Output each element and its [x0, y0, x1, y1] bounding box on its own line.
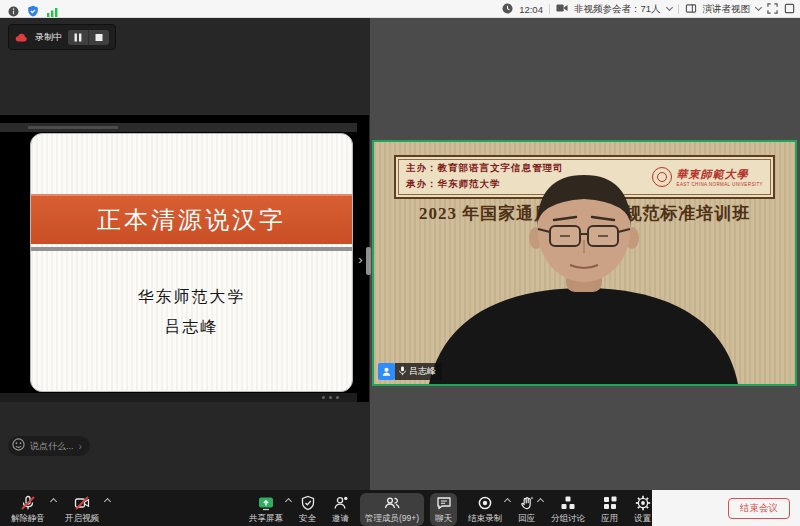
presentation-window-titlebar [0, 123, 357, 132]
speaker-view-icon [685, 3, 697, 16]
record-label: 结束录制 [468, 513, 502, 525]
window-title-text [28, 126, 118, 129]
reactions-options-caret[interactable] [537, 498, 544, 505]
slideshow-controls-icon [322, 396, 339, 399]
chat-quick-input[interactable]: 说点什么... › [8, 436, 90, 456]
breakout-rooms-button[interactable]: 分组讨论 [546, 493, 590, 526]
start-video-button[interactable]: 开启视频 [60, 493, 104, 526]
breakout-icon [560, 495, 576, 511]
chat-label: 聊天 [435, 513, 452, 525]
recording-indicator: 录制中 [8, 24, 116, 50]
security-button[interactable]: 安全 [294, 493, 321, 526]
record-ring-icon [477, 495, 493, 511]
top-bar: 12:04 非视频参会者：71人 演讲者视图 [0, 0, 800, 18]
mic-icon [399, 366, 406, 378]
slide-author-block: 华东师范大学 吕志峰 [31, 282, 352, 343]
breakout-label: 分组讨论 [551, 513, 585, 525]
meeting-toolbar: 结束会议 解除静音 开启视频 [0, 490, 800, 526]
invite-label: 邀请 [332, 513, 349, 525]
fullscreen-icon[interactable] [767, 3, 778, 16]
speaker-video-tile: 主办：教育部语言文字信息管理司 承办：华东师范大学 華東師範大學 EAST CH… [372, 140, 797, 386]
camera-off-icon [556, 3, 568, 15]
divider [549, 4, 550, 14]
apps-button[interactable]: 应用 [596, 493, 623, 526]
divider [678, 4, 679, 14]
settings-button[interactable]: 设置 [629, 493, 656, 526]
settings-label: 设置 [634, 513, 651, 525]
reaction-hand-icon [519, 495, 535, 511]
chevron-down-icon[interactable] [665, 4, 672, 11]
unmute-label: 解除静音 [11, 513, 45, 525]
mic-off-icon [20, 495, 36, 511]
meeting-window: 12:04 非视频参会者：71人 演讲者视图 [0, 0, 800, 526]
stop-recording-toolbar-button[interactable]: 结束录制 [463, 493, 507, 526]
invite-button[interactable]: 邀请 [327, 493, 354, 526]
reactions-label: 回应 [518, 513, 535, 525]
presentation-stage: 正本清源说汉字 华东师范大学 吕志峰 [0, 115, 369, 402]
participants-label: 管理成员(99+) [365, 513, 419, 525]
window-icon[interactable] [784, 3, 795, 16]
speaker-person [374, 142, 795, 384]
camera-off-icon [74, 495, 90, 511]
emoji-smiley-icon[interactable] [12, 437, 25, 455]
chat-placeholder: 说点什么... [30, 440, 74, 453]
panel-divider-handle[interactable] [366, 247, 371, 275]
clock-time: 12:04 [519, 4, 543, 15]
manage-participants-button[interactable]: 管理成员(99+) [360, 493, 424, 526]
unmute-button[interactable]: 解除静音 [6, 493, 50, 526]
pause-recording-button[interactable] [68, 30, 88, 45]
recording-controls [68, 30, 109, 45]
screen-share-icon [258, 495, 274, 511]
share-screen-button[interactable]: 共享屏幕 [244, 493, 288, 526]
speaker-name: 吕志峰 [409, 365, 436, 378]
toolbar-center-group: 共享屏幕 安全 邀请 管理成员(99+) [244, 493, 656, 526]
record-options-caret[interactable] [504, 498, 511, 505]
start-video-label: 开启视频 [65, 513, 99, 525]
video-options-caret[interactable] [104, 498, 111, 505]
audio-person-icon [378, 363, 395, 380]
gear-icon [635, 495, 651, 511]
apps-grid-icon [602, 495, 618, 511]
end-meeting-button[interactable]: 结束会议 [728, 498, 790, 519]
chat-button[interactable]: 聊天 [430, 493, 457, 526]
top-bar-right: 12:04 非视频参会者：71人 演讲者视图 [502, 0, 795, 18]
chevron-down-icon[interactable] [755, 4, 762, 11]
presentation-window-statusbar [0, 393, 357, 402]
invite-person-icon [333, 495, 349, 511]
toolbar-audio-video-group: 解除静音 开启视频 [6, 493, 104, 526]
apps-label: 应用 [601, 513, 618, 525]
recording-status: 录制中 [35, 31, 62, 44]
stop-recording-button[interactable] [88, 30, 109, 45]
shield-icon [300, 495, 316, 511]
slide-title: 正本清源说汉字 [97, 204, 286, 236]
cloud-record-icon [15, 28, 29, 46]
slide-organization: 华东师范大学 [31, 282, 352, 312]
security-label: 安全 [299, 513, 316, 525]
participants-icon [384, 495, 400, 511]
clock-icon [502, 3, 513, 16]
participants-dropdown[interactable]: 非视频参会者：71人 [574, 3, 661, 16]
reactions-button[interactable]: 回应 [513, 493, 540, 526]
chat-bubble-icon [436, 495, 452, 511]
toolbar-right-section: 结束会议 [652, 490, 800, 526]
share-label: 共享屏幕 [249, 513, 283, 525]
view-dropdown[interactable]: 演讲者视图 [703, 3, 751, 16]
slide-presenter: 吕志峰 [31, 312, 352, 342]
speaker-name-badge: 吕志峰 [378, 363, 442, 380]
presentation-slide: 正本清源说汉字 华东师范大学 吕志峰 [30, 133, 353, 392]
slide-divider-bar [31, 247, 352, 251]
chat-expand-icon[interactable]: › [79, 441, 82, 452]
mic-options-caret[interactable] [50, 498, 57, 505]
share-options-caret[interactable] [285, 498, 292, 505]
slide-title-banner: 正本清源说汉字 [31, 194, 352, 244]
